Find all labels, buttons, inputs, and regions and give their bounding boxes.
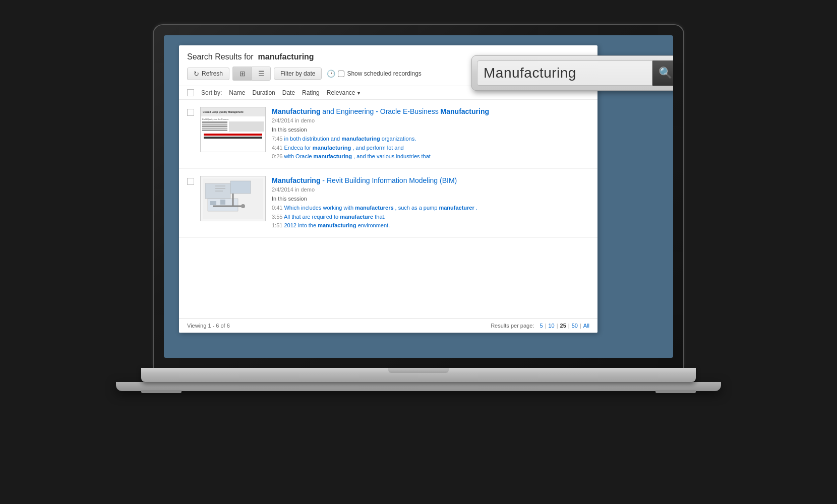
laptop-foot-right <box>655 390 696 393</box>
per-page-50[interactable]: 50 <box>572 323 578 329</box>
title-keyword-1: Manufacturing <box>272 107 320 115</box>
title-rest-r2: - Revit Building Information Modeling (B… <box>320 176 457 184</box>
floating-search-box: Manufacturing 🔍 <box>471 55 673 91</box>
result-1-snippets: 7:45 in both distribution and manufactur… <box>272 135 589 161</box>
screen-display: Search Results for manufacturing ↻ Refre… <box>164 35 673 358</box>
thumb-red-bar <box>204 134 262 136</box>
laptop-foot-left <box>141 390 182 393</box>
viewing-count: Viewing 1 - 6 of 6 <box>187 323 230 329</box>
sort-date[interactable]: Date <box>282 89 295 96</box>
snippet-2-1: 0:41 Which includes working with manufac… <box>272 204 589 213</box>
result-2-session: In this session <box>272 196 589 202</box>
refresh-icon: ↻ <box>194 70 199 78</box>
result-1-meta: 2/4/2014 in demo <box>272 117 589 123</box>
snippet-1-1: 7:45 in both distribution and manufactur… <box>272 135 589 144</box>
grid-view-button[interactable]: ⊞ <box>232 67 252 81</box>
title-keyword-2: Manufacturing <box>441 107 489 115</box>
snippet-1-3: 0:26 with Oracle manufacturing , and the… <box>272 152 589 161</box>
snippet-1-2: 4:41 Endeca for manufacturing , and perf… <box>272 144 589 153</box>
list-view-button[interactable]: ☰ <box>252 67 271 81</box>
result-1-session: In this session <box>272 127 589 133</box>
thumb-body: Build Quality into the Process <box>201 116 265 141</box>
result-1-content: Manufacturing and Engineering - Oracle E… <box>272 107 589 161</box>
per-page-control: Results per page: 5 | 10 | 25 | 50 | All <box>491 323 589 329</box>
laptop-hinge <box>388 368 449 373</box>
per-page-all[interactable]: All <box>583 323 589 329</box>
sort-duration[interactable]: Duration <box>252 89 275 96</box>
snippet-2-2: 3:55 All that are required to manufactur… <box>272 213 589 222</box>
per-page-10[interactable]: 10 <box>548 323 554 329</box>
filter-date-label: Filter by date <box>280 70 315 77</box>
sort-relevance[interactable]: Relevance <box>327 89 361 96</box>
result-1-title[interactable]: Manufacturing and Engineering - Oracle E… <box>272 107 589 116</box>
laptop-feet <box>141 390 696 393</box>
sort-rating[interactable]: Rating <box>302 89 320 96</box>
view-group: ⊞ ☰ <box>232 67 271 81</box>
refresh-label: Refresh <box>202 70 223 77</box>
result-2-snippets: 0:41 Which includes working with manufac… <box>272 204 589 230</box>
list-icon: ☰ <box>258 70 265 78</box>
search-icon: 🔍 <box>659 67 672 80</box>
scheduled-checkbox[interactable] <box>338 71 344 77</box>
title-prefix: Search Results for <box>187 52 254 61</box>
laptop-container: Search Results for manufacturing ↻ Refre… <box>116 25 721 479</box>
svg-point-6 <box>241 204 245 208</box>
result-2-thumbnail[interactable] <box>200 176 266 221</box>
select-all-checkbox[interactable] <box>187 89 194 96</box>
result-1-checkbox[interactable] <box>187 109 194 116</box>
result-2-content: Manufacturing - Revit Building Informati… <box>272 176 589 230</box>
sort-by-label: Sort by: <box>201 89 222 96</box>
result-2-checkbox[interactable] <box>187 178 194 185</box>
laptop-base <box>141 368 696 382</box>
title-query: manufacturing <box>258 52 314 61</box>
bim-thumbnail-svg <box>203 178 263 219</box>
result-1-thumbnail[interactable]: Closed Loop Quality Management Build Qua… <box>200 107 266 152</box>
title-rest-1: and Engineering - Oracle E-Business <box>320 107 440 115</box>
results-list: Closed Loop Quality Management Build Qua… <box>179 100 597 317</box>
snippet-2-3: 1:51 2012 into the manufacturing environ… <box>272 221 589 230</box>
result-item: Closed Loop Quality Management Build Qua… <box>179 100 597 169</box>
search-button[interactable]: 🔍 <box>652 60 673 86</box>
per-page-25[interactable]: 25 <box>560 323 566 329</box>
per-page-5[interactable]: 5 <box>540 323 543 329</box>
result-item: Manufacturing - Revit Building Informati… <box>179 169 597 238</box>
result-2-title[interactable]: Manufacturing - Revit Building Informati… <box>272 176 589 185</box>
svg-rect-2 <box>230 181 251 194</box>
thumb-dark-bar <box>204 137 262 139</box>
scheduled-label: Show scheduled recordings <box>347 70 421 77</box>
refresh-button[interactable]: ↻ Refresh <box>187 68 229 80</box>
thumb-header: Closed Loop Quality Management <box>201 107 265 116</box>
svg-rect-8 <box>220 200 225 205</box>
grid-icon: ⊞ <box>240 70 246 78</box>
result-2-meta: 2/4/2014 in demo <box>272 186 589 193</box>
search-input-area: Manufacturing <box>477 60 652 86</box>
screen-bezel: Search Results for manufacturing ↻ Refre… <box>154 25 683 368</box>
filter-date-button[interactable]: Filter by date <box>274 68 322 80</box>
title-keyword-r2: Manufacturing <box>272 176 320 184</box>
search-query-text: Manufacturing <box>484 65 576 81</box>
scheduled-area: 🕐 Show scheduled recordings <box>327 70 421 78</box>
clock-icon: 🕐 <box>327 70 335 78</box>
sort-name[interactable]: Name <box>229 89 245 96</box>
per-page-label: Results per page: <box>491 323 534 329</box>
svg-rect-7 <box>210 201 216 205</box>
panel-footer: Viewing 1 - 6 of 6 Results per page: 5 |… <box>179 318 597 333</box>
